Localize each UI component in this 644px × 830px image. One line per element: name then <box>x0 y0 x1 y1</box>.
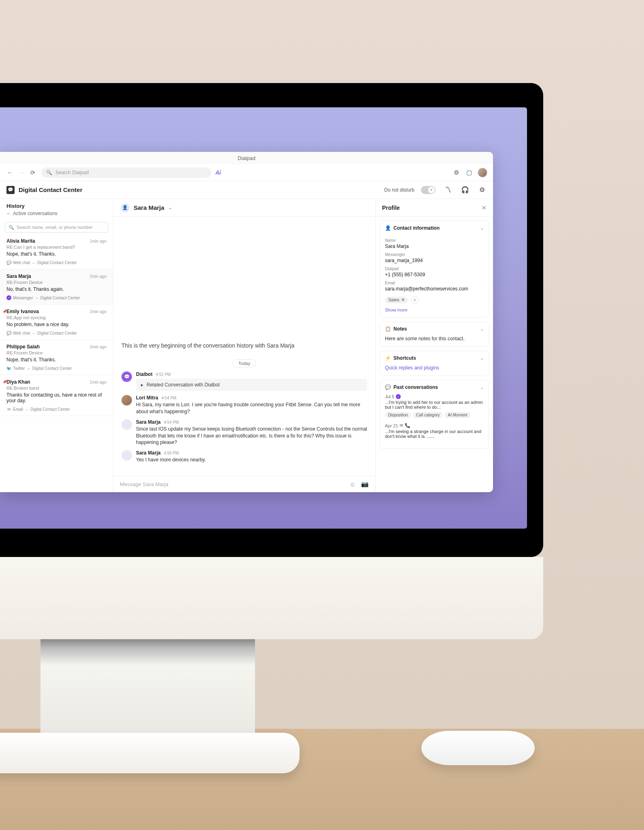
settings-icon[interactable]: ⚙ <box>452 168 461 177</box>
chevron-down-icon: ⌄ <box>480 356 484 361</box>
reload-button[interactable]: ⟳ <box>28 168 37 177</box>
back-to-active[interactable]: ← Active conversations <box>6 211 106 216</box>
analytics-icon[interactable]: 〽 <box>444 186 453 194</box>
monitor-bezel: Dialpad ← → ⟳ 🔍 Search Dialpad Ai ⚙ ▢ 💬 … <box>0 83 543 557</box>
past-date: Apr 21 ✉ 📞 <box>385 423 484 428</box>
card-body: Here are some notes for this contact. <box>380 336 489 346</box>
route-source: Email <box>13 407 23 412</box>
past-date: Jul 5 ✓ <box>385 394 484 399</box>
ai-icon[interactable]: Ai <box>215 169 221 176</box>
mouse-prop <box>421 731 535 765</box>
camera-icon[interactable]: 📷 <box>361 480 369 488</box>
msg-sender: Dialbot <box>136 371 153 377</box>
conv-name: Sara Marja <box>6 273 31 279</box>
past-text: ...I'm seeing a strange charge in our ac… <box>385 429 484 439</box>
card-header[interactable]: ⚡Shortcuts ⌄ <box>380 351 489 365</box>
date-pill: Today <box>232 359 256 367</box>
email-value: sara.marja@perfecthomeservices.com <box>385 286 484 292</box>
emoji-icon[interactable]: ☺ <box>349 480 357 488</box>
profile-body: 👤Contact information ⌄ Name Sara Marja M… <box>376 217 493 457</box>
msg-sender: Sara Marja <box>136 419 161 425</box>
chip: AI Moment <box>444 412 470 418</box>
shortcuts-card: ⚡Shortcuts ⌄ Quick replies and plugins <box>380 351 489 376</box>
card-header[interactable]: 📋Notes ⌄ <box>380 322 489 336</box>
composer-input[interactable]: Message Sara Marja <box>120 481 344 487</box>
chevron-down-icon: ⌄ <box>480 385 484 390</box>
headset-icon[interactable]: 🎧 <box>461 186 470 194</box>
conv-name: Philippe Salah <box>6 344 40 350</box>
pin-icon: 📌 <box>2 380 7 384</box>
card-title: 📋Notes <box>385 326 407 332</box>
conv-subject: RE:Frozen Device <box>6 350 106 355</box>
route-dest: Digital Contact Center <box>37 331 77 335</box>
close-icon[interactable]: ✕ <box>482 205 487 211</box>
msg-sender: Lori Mitra <box>136 395 158 401</box>
conversation-beginning: This is the very beginning of the conver… <box>121 225 367 357</box>
remove-tag-icon[interactable]: ✕ <box>401 297 405 303</box>
related-label: Related Conversation with Dialbot <box>147 382 220 388</box>
webchat-icon: 💬 <box>6 331 11 335</box>
conv-subject: RE:Can I get a replacement band? <box>6 245 106 250</box>
chevron-down-icon[interactable]: ⌄ <box>168 205 172 210</box>
arrow-left-icon: ← <box>6 211 11 216</box>
related-conversation[interactable]: ▸Related Conversation with Dialbot <box>136 379 367 391</box>
back-button[interactable]: ← <box>6 168 15 177</box>
add-tag-button[interactable]: + <box>411 296 419 303</box>
verified-icon: ✓ <box>396 394 401 399</box>
name-label: Name <box>385 238 484 243</box>
route-dest: Digital Contact Center <box>37 260 77 265</box>
route-source: Twitter <box>13 366 25 371</box>
conv-preview: Nope, that's it. Thanks. <box>6 357 106 363</box>
chevron-down-icon: ⌄ <box>480 226 484 231</box>
messenger-label: Messenger <box>385 252 484 257</box>
toolbar: ← → ⟳ 🔍 Search Dialpad Ai ⚙ ▢ <box>0 164 493 181</box>
search-input[interactable]: 🔍 Search Dialpad <box>41 167 211 178</box>
conversation-item[interactable]: 📌Diya Khan1min agoRE:Broken bandThanks f… <box>0 375 113 416</box>
msg-time: 4:54 PM <box>164 420 179 425</box>
conversation-item[interactable]: 📌Emily Ivanova2min agoRE:App not syncing… <box>0 305 113 340</box>
conv-name: Alisia Marita <box>6 238 35 244</box>
monitor-chin <box>0 557 543 639</box>
user-avatar[interactable] <box>478 168 487 177</box>
chat-message: Sara Marja4:59 PMYes I have more devices… <box>121 450 367 463</box>
sidebar-header: History ← Active conversations <box>0 199 113 219</box>
show-more-link[interactable]: Show more <box>385 307 484 312</box>
sender-avatar <box>121 395 132 405</box>
conv-subject: RE:Frozen Device <box>6 280 106 285</box>
forward-button[interactable]: → <box>17 168 26 177</box>
conversation-item[interactable]: Philippe Salah3min agoRE:Frozen DeviceNo… <box>0 340 113 375</box>
contact-tag[interactable]: Sales ✕ <box>385 297 408 303</box>
email-icon: ✉ <box>400 423 403 428</box>
window-titlebar: Dialpad <box>0 152 493 164</box>
twitter-icon: 🐦 <box>6 366 11 371</box>
date-separator: Today <box>121 359 367 367</box>
sidebar-title: History <box>6 203 106 209</box>
contact-name[interactable]: Sara Marja <box>134 204 164 211</box>
conv-time: 2min ago <box>90 309 106 314</box>
contact-avatar: 👤 <box>121 203 130 212</box>
card-header[interactable]: 👤Contact information ⌄ <box>380 221 489 235</box>
past-conversation-item[interactable]: Jul 5 ✓...I'm trying to add her to our a… <box>385 394 484 418</box>
msg-time: 4:59 PM <box>164 451 179 455</box>
conversation-item[interactable]: Alisia Marita1min agoRE:Can I get a repl… <box>0 234 113 269</box>
search-placeholder: Search Dialpad <box>55 170 89 175</box>
conv-subject: RE:App not syncing <box>6 315 106 320</box>
past-text: ...I'm trying to add her to our account … <box>385 400 484 410</box>
dnd-label: Do not disturb <box>384 187 414 193</box>
sender-avatar: 💬 <box>121 371 132 382</box>
filter-input[interactable]: 🔍 Search name, email, or phone number <box>5 222 108 233</box>
msg-text: Since last IOS update my Sense keeps los… <box>136 426 367 446</box>
window-title: Dialpad <box>238 155 255 161</box>
main-content: History ← Active conversations 🔍 Search … <box>0 199 493 492</box>
dnd-toggle[interactable]: ✕ <box>421 186 436 194</box>
calendar-icon[interactable]: ▢ <box>465 168 474 177</box>
quick-replies-link[interactable]: Quick replies and plugins <box>385 365 484 371</box>
conv-time: 1min ago <box>90 239 106 243</box>
card-title: 💬Past conversations <box>385 384 438 390</box>
past-conversation-item[interactable]: Apr 21 ✉ 📞...I'm seeing a strange charge… <box>385 423 484 439</box>
card-header[interactable]: 💬Past conversations ⌄ <box>380 380 489 394</box>
gear-icon[interactable]: ⚙ <box>478 186 487 194</box>
chat-message: Sara Marja4:54 PMSince last IOS update m… <box>121 419 367 446</box>
conversation-item[interactable]: Sara Marja2min agoRE:Frozen DeviceNo, th… <box>0 269 113 305</box>
conv-subject: RE:Broken band <box>6 386 106 390</box>
